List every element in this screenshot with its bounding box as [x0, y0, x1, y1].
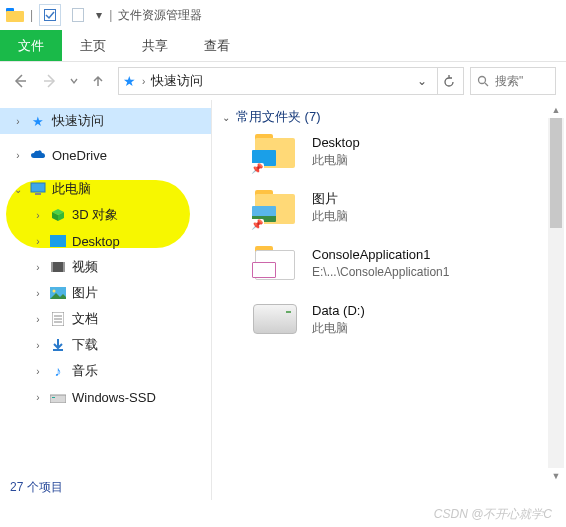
chevron-right-icon[interactable]: › [32, 340, 44, 351]
chevron-down-icon[interactable]: ⌄ [12, 184, 24, 195]
forward-button[interactable] [36, 67, 64, 95]
tab-file[interactable]: 文件 [0, 30, 62, 61]
scroll-up[interactable]: ▲ [548, 102, 564, 118]
item-list: 📌 Desktop 此电脑 📌 图片 此电脑 [222, 130, 566, 340]
scroll-down[interactable]: ▼ [548, 468, 564, 484]
refresh-button[interactable] [437, 68, 459, 94]
tab-view[interactable]: 查看 [186, 30, 248, 61]
sidebar-item-documents[interactable]: › 文档 [0, 306, 211, 332]
search-input[interactable] [495, 74, 539, 88]
document-icon [50, 311, 66, 327]
svg-rect-11 [63, 262, 65, 272]
item-name: Data (D:) [312, 302, 365, 320]
sidebar-item-downloads[interactable]: › 下载 [0, 332, 211, 358]
svg-rect-8 [50, 235, 66, 247]
folder-app-icon [252, 242, 298, 284]
chevron-right-icon[interactable]: › [32, 288, 44, 299]
address-dropdown[interactable]: ⌄ [413, 74, 431, 88]
music-icon: ♪ [50, 363, 66, 379]
chevron-right-icon: › [142, 76, 145, 87]
list-item[interactable]: Data (D:) 此电脑 [252, 298, 566, 340]
svg-rect-1 [73, 9, 84, 22]
sidebar-item-3d-objects[interactable]: › 3D 对象 [0, 202, 211, 228]
svg-point-4 [479, 77, 486, 84]
list-item[interactable]: 📌 图片 此电脑 [252, 186, 566, 228]
svg-rect-10 [51, 262, 53, 272]
cloud-icon [30, 147, 46, 163]
pin-icon: 📌 [250, 219, 264, 230]
drive-icon [50, 389, 66, 405]
sidebar-item-label: OneDrive [52, 148, 107, 163]
ribbon-tabs: 文件 主页 共享 查看 [0, 30, 566, 62]
qat-properties-button[interactable] [39, 4, 61, 26]
watermark: CSDN @不开心就学C [434, 506, 552, 523]
sidebar-item-quick-access[interactable]: › ★ 快速访问 [0, 108, 211, 134]
svg-point-13 [53, 290, 56, 293]
sidebar-item-videos[interactable]: › 视频 [0, 254, 211, 280]
chevron-right-icon[interactable]: › [32, 366, 44, 377]
sidebar-item-label: 此电脑 [52, 180, 91, 198]
star-icon: ★ [30, 113, 46, 129]
item-location: 此电脑 [312, 320, 365, 336]
monitor-icon [30, 181, 46, 197]
refresh-icon [443, 75, 455, 87]
folder-pictures-icon: 📌 [252, 186, 298, 228]
chevron-down-icon: ⌄ [222, 112, 230, 123]
sidebar-item-pictures[interactable]: › 图片 [0, 280, 211, 306]
scrollbar[interactable]: ▲ ▼ [548, 102, 564, 500]
search-box[interactable] [470, 67, 556, 95]
address-text: 快速访问 [151, 72, 407, 90]
qat-dropdown[interactable]: ▾ [95, 11, 103, 19]
arrow-right-icon [42, 73, 58, 89]
scroll-track[interactable] [548, 118, 564, 468]
chevron-right-icon[interactable]: › [32, 210, 44, 221]
sidebar-item-desktop[interactable]: › Desktop [0, 228, 211, 254]
content-pane: ▲ ▼ ⌄ 常用文件夹 (7) 📌 Desktop 此电脑 [212, 100, 566, 500]
sidebar-item-label: 下载 [72, 336, 98, 354]
recent-dropdown[interactable] [66, 67, 82, 95]
svg-rect-6 [31, 183, 45, 192]
status-bar: 27 个项目 [10, 479, 63, 496]
item-name: Desktop [312, 134, 360, 152]
tab-home[interactable]: 主页 [62, 30, 124, 61]
svg-rect-19 [50, 395, 66, 403]
drive-icon [252, 298, 298, 340]
checkbox-icon [44, 9, 56, 21]
address-bar[interactable]: ★ › 快速访问 ⌄ [118, 67, 464, 95]
search-icon [477, 75, 489, 87]
sidebar-item-label: 文档 [72, 310, 98, 328]
sidebar-item-windows-ssd[interactable]: › Windows-SSD [0, 384, 211, 410]
item-location: E:\...\ConsoleApplication1 [312, 264, 449, 280]
scroll-thumb[interactable] [550, 118, 562, 228]
list-item[interactable]: 📌 Desktop 此电脑 [252, 130, 566, 172]
sidebar-item-onedrive[interactable]: › OneDrive [0, 142, 211, 168]
sidebar-item-this-pc[interactable]: ⌄ 此电脑 [0, 176, 211, 202]
sidebar-item-label: Windows-SSD [72, 390, 156, 405]
chevron-right-icon[interactable]: › [32, 314, 44, 325]
video-icon [50, 259, 66, 275]
group-header[interactable]: ⌄ 常用文件夹 (7) [222, 108, 566, 126]
picture-icon [50, 285, 66, 301]
desktop-icon [50, 233, 66, 249]
nav-tree: › ★ 快速访问 › OneDrive ⌄ 此电脑 › 3D 对象 [0, 108, 211, 410]
sidebar-item-music[interactable]: › ♪ 音乐 [0, 358, 211, 384]
group-label: 常用文件夹 (7) [236, 108, 321, 126]
pin-icon: 📌 [250, 163, 264, 174]
chevron-right-icon[interactable]: › [32, 236, 44, 247]
svg-rect-9 [51, 262, 65, 272]
sidebar-item-label: 音乐 [72, 362, 98, 380]
item-location: 此电脑 [312, 208, 348, 224]
item-name: 图片 [312, 190, 348, 208]
chevron-right-icon[interactable]: › [12, 150, 24, 161]
back-button[interactable] [6, 67, 34, 95]
list-item[interactable]: ConsoleApplication1 E:\...\ConsoleApplic… [252, 242, 566, 284]
separator: | [109, 8, 112, 22]
separator: | [30, 8, 33, 22]
chevron-right-icon[interactable]: › [32, 392, 44, 403]
up-button[interactable] [84, 67, 112, 95]
chevron-right-icon[interactable]: › [12, 116, 24, 127]
window-title: 文件资源管理器 [118, 7, 202, 24]
chevron-right-icon[interactable]: › [32, 262, 44, 273]
star-icon: ★ [123, 73, 136, 89]
tab-share[interactable]: 共享 [124, 30, 186, 61]
